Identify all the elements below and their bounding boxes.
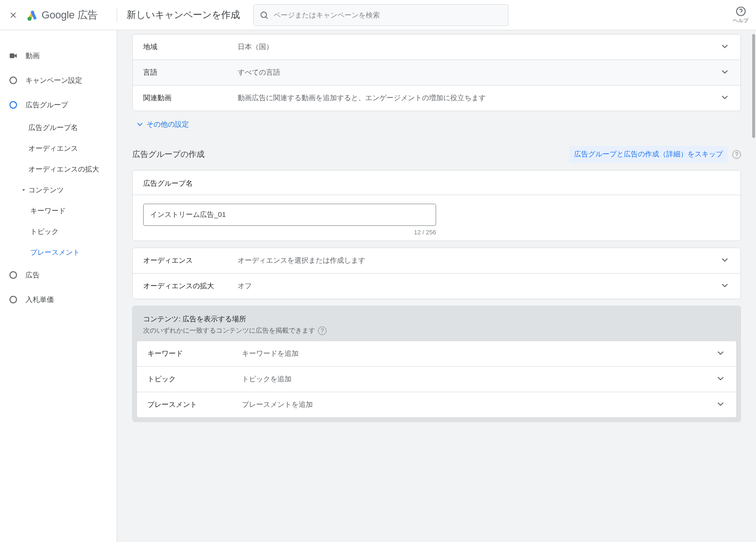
sidebar-item-label: 入札単価 [26,295,54,304]
sidebar-sub-audience[interactable]: オーディエンス [28,138,117,159]
row-value: 動画広告に関連する動画を追加すると、エンゲージメントの増加に役立ちます [238,94,720,103]
caret-down-icon [20,187,27,193]
more-settings-label: その他の設定 [146,120,189,129]
sidebar-item-label: 広告 [26,271,40,280]
svg-point-1 [261,12,267,17]
row-value: オフ [238,282,720,291]
card-header: 広告グループ名 [133,171,740,195]
ring-icon [9,77,17,84]
ad-group-name-input[interactable] [143,204,436,226]
content-rows-card: キーワード キーワードを追加 トピック トピックを追加 プレースメント プレース… [137,341,737,418]
sidebar-item-campaign-settings[interactable]: キャンペーン設定 [0,68,117,93]
sidebar-item-label: キャンペーン設定 [26,76,82,85]
sidebar-item-bid[interactable]: 入札単価 [0,287,117,312]
row-value: プレースメントを追加 [242,400,715,409]
content-section-subtitle: 次のいずれかに一致するコンテンツに広告を掲載できます [143,327,315,335]
sidebar-item-ads[interactable]: 広告 [0,263,117,287]
row-label: キーワード [147,349,242,358]
chevron-down-icon [720,280,730,292]
more-settings-link[interactable]: その他の設定 [135,120,741,129]
ring-icon [9,101,17,109]
search-input[interactable] [274,11,502,19]
help-icon [736,6,746,17]
row-label: 関連動画 [143,94,238,103]
row-value: 日本（国） [238,43,720,52]
sidebar-sub-audience-expansion[interactable]: オーディエンスの拡大 [28,159,117,180]
help-button[interactable]: ヘルプ [733,6,748,24]
chevron-down-icon [720,92,730,104]
product-name: Google 広告 [42,8,98,22]
chevron-down-icon [715,348,726,360]
section-title: 広告グループの作成 [132,149,205,160]
section-header: 広告グループの作成 広告グループと広告の作成（詳細）をスキップ ? [132,146,741,163]
row-language[interactable]: 言語 すべての言語 [133,60,740,85]
sidebar-item-video[interactable]: 動画 [0,43,117,68]
char-counter: 12 / 256 [143,229,436,236]
sidebar-item-label: 広告グループ [26,101,68,110]
header-divider [117,8,117,23]
chevron-down-icon [135,120,145,129]
content-section-title: コンテンツ: 広告を表示する場所 [137,310,737,325]
search-box[interactable] [253,4,508,26]
ad-group-name-card: 広告グループ名 12 / 256 [132,170,741,241]
main-content: 地域 日本（国） 言語 すべての言語 関連動画 動画広告に関連する動画を追加する… [117,30,756,542]
help-tooltip-icon[interactable]: ? [318,327,326,335]
row-value: キーワードを追加 [242,349,715,358]
close-icon [9,10,18,20]
page-title: 新しいキャンペーンを作成 [127,9,240,21]
row-label: 言語 [143,68,238,77]
sidebar-sub-contents[interactable]: コンテンツ [20,180,117,200]
sidebar-item-label: 動画 [26,52,40,60]
help-tooltip-icon[interactable]: ? [732,150,741,159]
svg-point-2 [736,7,745,15]
svg-rect-4 [10,53,15,58]
row-audience-expansion[interactable]: オーディエンスの拡大 オフ [133,273,740,299]
sidebar-sub-placements[interactable]: プレースメント [30,242,117,263]
svg-point-3 [740,13,741,14]
google-ads-logo-icon [26,9,39,21]
content-section: コンテンツ: 広告を表示する場所 次のいずれかに一致するコンテンツに広告を掲載で… [132,306,741,422]
skip-button[interactable]: 広告グループと広告の作成（詳細）をスキップ [569,146,728,163]
row-region[interactable]: 地域 日本（国） [133,34,740,60]
chevron-down-icon [720,41,730,53]
row-label: プレースメント [147,400,242,409]
header: Google 広告 新しいキャンペーンを作成 ヘルプ [0,0,756,30]
close-button[interactable] [8,9,19,21]
row-keywords[interactable]: キーワード キーワードを追加 [137,341,736,366]
ring-icon [9,296,17,303]
sidebar-item-label: コンテンツ [28,186,64,195]
help-label: ヘルプ [733,17,748,24]
sidebar-sub-keywords[interactable]: キーワード [30,200,117,221]
row-label: オーディエンスの拡大 [143,282,238,291]
row-value: すべての言語 [238,68,720,77]
scrollbar[interactable] [752,34,755,138]
sidebar: 動画 キャンペーン設定 広告グループ 広告グループ名 オーディエンス オーディエ… [0,30,117,542]
search-icon [259,10,269,20]
audience-card: オーディエンス オーディエンスを選択または作成します オーディエンスの拡大 オフ [132,248,741,299]
row-related-videos[interactable]: 関連動画 動画広告に関連する動画を追加すると、エンゲージメントの増加に役立ちます [133,85,740,111]
row-placements[interactable]: プレースメント プレースメントを追加 [137,392,736,417]
sidebar-sub-topics[interactable]: トピック [30,221,117,242]
row-audience[interactable]: オーディエンス オーディエンスを選択または作成します [133,248,740,273]
chevron-down-icon [720,255,730,267]
chevron-down-icon [715,373,726,385]
row-value: オーディエンスを選択または作成します [238,256,720,265]
svg-point-0 [27,17,32,21]
chevron-down-icon [715,399,726,411]
ring-icon [9,271,17,279]
row-label: 地域 [143,43,238,52]
row-value: トピックを追加 [242,375,715,384]
campaign-settings-card: 地域 日本（国） 言語 すべての言語 関連動画 動画広告に関連する動画を追加する… [132,34,741,111]
chevron-down-icon [720,67,730,78]
video-icon [9,51,18,60]
product-logo: Google 広告 [26,8,98,22]
sidebar-item-ad-group[interactable]: 広告グループ [0,93,117,117]
row-topics[interactable]: トピック トピックを追加 [137,366,736,392]
row-label: オーディエンス [143,256,238,265]
sidebar-sub-ad-group-name[interactable]: 広告グループ名 [28,117,117,138]
row-label: トピック [147,375,242,384]
